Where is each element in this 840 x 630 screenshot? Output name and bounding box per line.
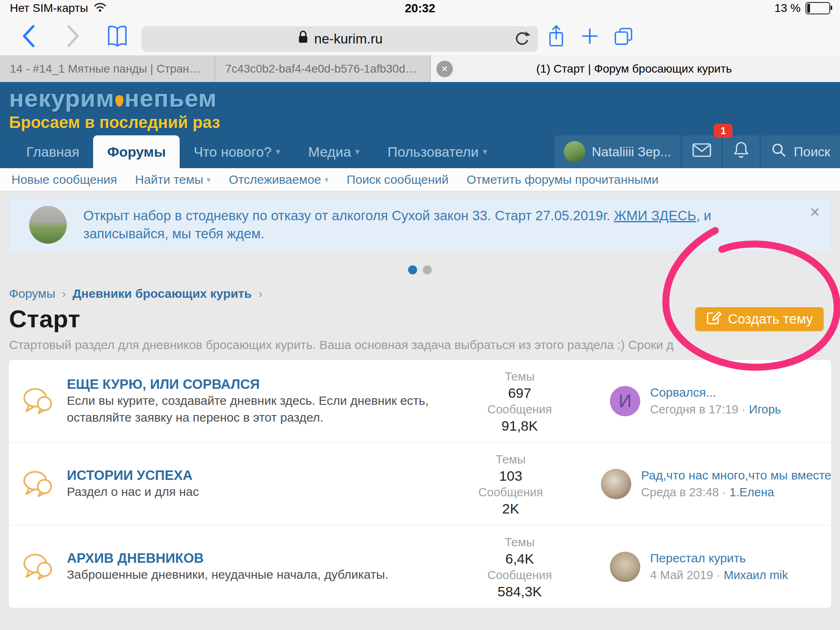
last-post: Рад,что нас много,что мы вместе Среда в … (576, 468, 831, 499)
browser-tab-1[interactable]: 14 - #14_1 Мятные панды | Страница 234 |… (0, 55, 215, 82)
search-label: Поиск (794, 144, 830, 160)
share-button[interactable] (545, 24, 568, 48)
topics-count: 103 (445, 468, 576, 484)
close-icon[interactable]: × (810, 203, 820, 221)
avatar[interactable] (610, 552, 640, 582)
forum-title-link[interactable]: ИСТОРИИ УСПЕХА (67, 468, 192, 483)
breadcrumb-forums[interactable]: Форумы (9, 287, 55, 301)
pager-dot[interactable] (423, 265, 432, 274)
page-title: Старт (9, 305, 80, 333)
last-post-date: Сегодня в 17:19 (650, 403, 738, 416)
forum-list: ЕЩЕ КУРЮ, ИЛИ СОРВАЛСЯ Если вы курите, с… (8, 359, 832, 608)
subnav-watched[interactable]: Отслеживаемое▾ (229, 173, 329, 187)
inbox-button[interactable] (682, 135, 721, 168)
tab-title: (1) Старт | Форум бросающих курить (453, 62, 815, 75)
last-post-user[interactable]: 1.Елена (730, 486, 774, 499)
bell-icon (733, 141, 750, 163)
carrier-label: Нет SIM-карты (10, 2, 88, 15)
back-button[interactable] (17, 24, 40, 48)
reload-button[interactable] (513, 30, 532, 52)
logo-part-1: некурим (9, 84, 114, 112)
last-post-date: 4 Май 2019 (650, 568, 713, 582)
last-post: Перестал курить 4 Май 2019 · Михаил mik (585, 551, 831, 582)
nav-media[interactable]: Медиа▾ (294, 135, 374, 168)
avatar[interactable] (601, 469, 631, 499)
clock: 20:32 (405, 2, 435, 15)
chat-bubbles-icon (23, 552, 55, 581)
chevron-right-icon: › (62, 287, 66, 301)
messages-count: 2K (445, 500, 576, 517)
nav-whats-new[interactable]: Что нового?▾ (180, 135, 294, 168)
breadcrumb-diaries[interactable]: Дневники бросающих курить (73, 287, 252, 301)
envelope-icon (692, 142, 712, 161)
forward-button[interactable] (62, 24, 84, 48)
messages-label: Сообщения (454, 567, 585, 583)
chevron-down-icon: ▾ (483, 146, 487, 157)
last-post-title[interactable]: Перестал курить (650, 551, 746, 565)
last-post-user[interactable]: Михаил mik (724, 568, 788, 582)
bookmarks-icon[interactable] (106, 24, 129, 48)
forum-row-success-stories[interactable]: ИСТОРИИ УСПЕХА Раздел о нас и для нас Те… (9, 443, 831, 525)
forum-desc: Раздел о нас и для нас (67, 483, 437, 500)
nav-forums[interactable]: Форумы (93, 135, 180, 168)
forum-description: Стартовый раздел для дневников бросающих… (9, 338, 673, 352)
last-post-title[interactable]: Сорвался... (650, 386, 716, 399)
subnav-find-threads[interactable]: Найти темы▾ (135, 173, 210, 187)
forum-stats: Темы 697 Сообщения 91,8K (454, 368, 585, 434)
last-post-date: Среда в 23:48 (641, 486, 719, 499)
messages-count: 91,8K (454, 418, 585, 434)
battery-icon (806, 2, 830, 14)
tabs-overview-button[interactable] (612, 24, 635, 48)
search-button[interactable]: Поиск (761, 135, 840, 168)
address-bar[interactable]: ne-kurim.ru (142, 26, 538, 52)
tab-title: 7c43c0b2-baf4-4e0d-b576-1afb30dbb438-gif… (215, 62, 430, 75)
create-thread-button[interactable]: Создать тему (695, 307, 824, 331)
messages-count: 584,3K (454, 583, 585, 600)
alert-badge: 1 (714, 124, 733, 138)
last-post-user[interactable]: Игорь (749, 403, 781, 416)
topics-label: Темы (454, 368, 585, 385)
subnav-mark-read[interactable]: Отметить форумы прочитанными (467, 173, 659, 187)
avatar[interactable]: И (610, 386, 640, 416)
forum-row-still-smoking[interactable]: ЕЩЕ КУРЮ, ИЛИ СОРВАЛСЯ Если вы курите, с… (9, 360, 831, 443)
browser-tab-2[interactable]: 7c43c0b2-baf4-4e0d-b576-1afb30dbb438-gif… (215, 55, 431, 82)
search-icon (771, 142, 787, 162)
logo-part-2: непьем (124, 84, 217, 112)
messages-label: Сообщения (454, 401, 585, 418)
topics-label: Темы (445, 451, 576, 468)
new-tab-button[interactable] (578, 24, 601, 48)
browser-tab-bar: 14 - #14_1 Мятные панды | Страница 234 |… (0, 55, 840, 82)
lock-icon (297, 30, 309, 48)
main-navigation: Главная Форумы Что нового?▾ Медиа▾ Польз… (0, 135, 840, 168)
screen: Нет SIM-карты 20:32 13 % ne-kurim.ru (0, 0, 840, 630)
site-header: некуримнепьем Бросаем в последний раз Гл… (0, 82, 840, 168)
avatar (564, 141, 585, 162)
nav-home[interactable]: Главная (12, 135, 93, 168)
browser-tab-active[interactable]: × (1) Старт | Форум бросающих курить (431, 55, 840, 82)
forum-title-link[interactable]: ЕЩЕ КУРЮ, ИЛИ СОРВАЛСЯ (67, 377, 260, 392)
banner-pager (0, 265, 840, 274)
logo-dot-icon (115, 95, 123, 107)
battery-percent: 13 % (774, 2, 801, 15)
chevron-right-icon: › (258, 287, 262, 301)
chevron-down-icon: ▾ (355, 146, 360, 157)
forum-stats: Темы 6,4K Сообщения 584,3K (454, 534, 585, 600)
forum-title-link[interactable]: АРХИВ ДНЕВНИКОВ (67, 550, 204, 566)
site-logo[interactable]: некуримнепьем Бросаем в последний раз (9, 86, 220, 130)
subnav-new-posts[interactable]: Новые сообщения (11, 173, 117, 187)
ios-status-bar: Нет SIM-карты 20:32 13 % (0, 0, 840, 16)
subnav-search-posts[interactable]: Поиск сообщений (347, 173, 448, 187)
alerts-button[interactable]: 1 (723, 135, 760, 168)
account-menu[interactable]: Nataliiii Зер... (554, 135, 681, 168)
sub-navigation: Новые сообщения Найти темы▾ Отслеживаемо… (0, 168, 840, 191)
banner-text: Открыт набор в стодневку по отказу от ал… (83, 207, 797, 243)
pager-dot-active[interactable] (408, 265, 417, 274)
banner-link[interactable]: ЖМИ ЗДЕСЬ (614, 208, 696, 223)
last-post-title[interactable]: Рад,что нас много,что мы вместе (641, 468, 831, 482)
forum-row-archive[interactable]: АРХИВ ДНЕВНИКОВ Заброшенные дневники, не… (9, 525, 831, 608)
nav-members[interactable]: Пользователи▾ (374, 135, 501, 168)
close-tab-icon[interactable]: × (436, 61, 453, 77)
chevron-down-icon: ▾ (207, 175, 211, 185)
banner-avatar (29, 206, 67, 244)
forum-desc: Заброшенные дневники, неудачные начала, … (67, 566, 446, 583)
